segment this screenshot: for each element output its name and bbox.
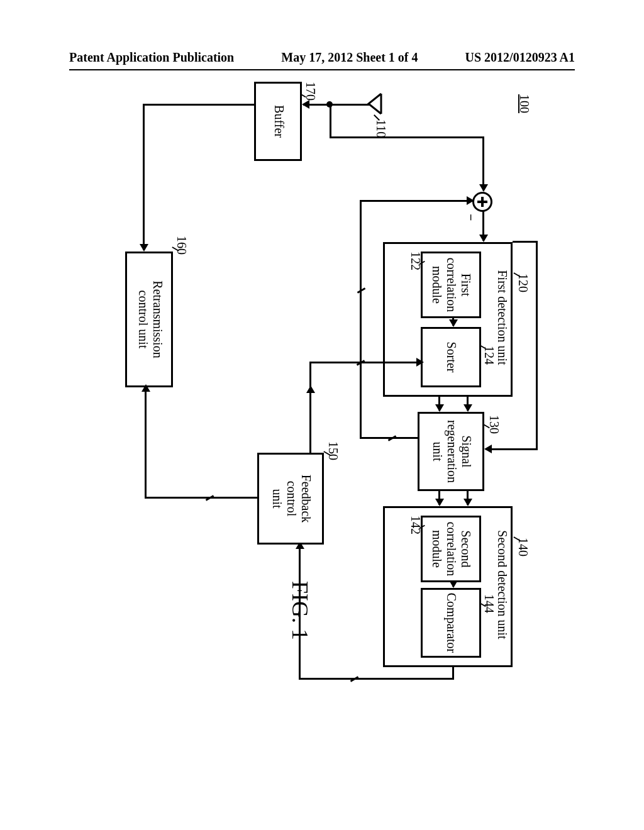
wire	[452, 316, 454, 326]
wire	[452, 580, 454, 587]
wire	[467, 395, 469, 411]
signal-regen-label: Signal regeneration unit	[430, 414, 474, 489]
wire	[467, 489, 469, 505]
first-corr-label: First correlation module	[430, 253, 473, 316]
wire	[360, 201, 362, 439]
wire	[330, 136, 484, 138]
block-diagram: 100 110 Buffer 170 − First detection uni…	[97, 97, 550, 582]
wire	[482, 211, 484, 241]
wire	[486, 448, 538, 450]
wire	[438, 489, 440, 505]
header-center: May 17, 2012 Sheet 1 of 4	[281, 50, 418, 65]
ref-comparator: 144	[482, 594, 496, 613]
wire	[386, 362, 423, 363]
page-header: Patent Application Publication May 17, 2…	[0, 50, 644, 65]
wire	[513, 241, 538, 243]
wire	[145, 497, 259, 499]
signal-regen-unit: Signal regeneration unit	[418, 412, 484, 491]
retrans-label: Retransmission control unit	[136, 253, 165, 385]
wire	[309, 387, 311, 453]
wire	[143, 104, 256, 106]
wire	[309, 362, 387, 363]
second-detection-label: Second detection unit	[495, 506, 509, 663]
second-correlation-module: Second correlation module	[421, 516, 481, 582]
ref-signal-regen: 130	[487, 415, 501, 434]
sorter-label: Sorter	[444, 329, 458, 385]
retransmission-control-unit: Retransmission control unit	[125, 252, 173, 387]
second-corr-label: Second correlation module	[430, 517, 473, 580]
first-correlation-module: First correlation module	[421, 252, 481, 318]
buffer-block: Buffer	[254, 82, 302, 161]
summer-icon	[472, 192, 492, 212]
ref-feedback: 150	[326, 441, 340, 460]
ref-retrans: 160	[174, 236, 189, 255]
wire	[360, 200, 473, 202]
wire	[145, 385, 147, 499]
figure-caption: FIG. 1	[287, 581, 313, 640]
wire	[299, 678, 454, 680]
wire	[438, 395, 440, 411]
header-rule	[69, 69, 575, 70]
ref-first-corr: 122	[408, 252, 423, 270]
buffer-label: Buffer	[272, 84, 286, 159]
minus-label: −	[464, 214, 478, 221]
header-left: Patent Application Publication	[69, 50, 234, 65]
first-detection-label: First detection unit	[495, 242, 509, 393]
header-right: US 2012/0120923 A1	[465, 50, 575, 65]
wire	[143, 104, 145, 250]
comparator-label: Comparator	[444, 590, 458, 656]
ref-antenna: 110	[374, 119, 388, 138]
wire	[536, 242, 538, 450]
feedback-control-unit: Feedback control unit	[257, 453, 324, 545]
feedback-label: Feedback control unit	[270, 455, 313, 543]
wire	[482, 136, 484, 191]
wire	[330, 104, 331, 138]
ref-second-corr: 142	[408, 516, 423, 534]
comparator-block: Comparator	[421, 588, 481, 658]
wire	[303, 104, 327, 106]
sorter-block: Sorter	[421, 327, 481, 387]
wire	[330, 104, 369, 106]
ref-system: 100	[517, 94, 531, 113]
